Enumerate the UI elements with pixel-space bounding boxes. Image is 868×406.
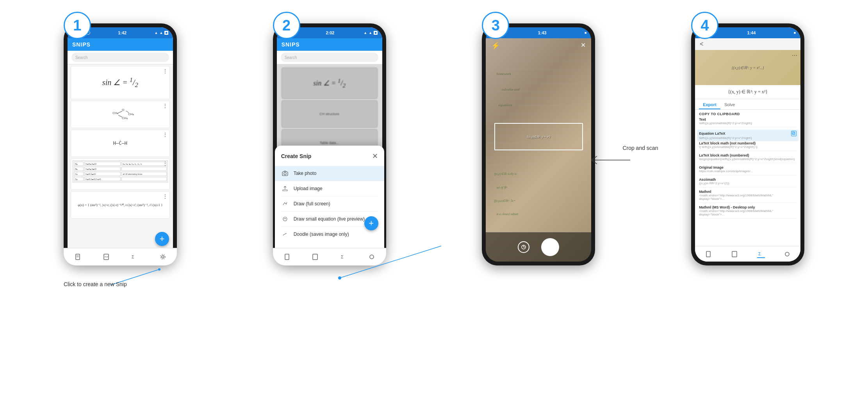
step-4-math-nav[interactable]: Σ bbox=[757, 250, 765, 258]
step-4-settings-nav[interactable] bbox=[783, 250, 791, 258]
chem-2-content: H—Ċ—H bbox=[113, 141, 127, 146]
snip-math-item: ⋮ sin ∠ = 1/2 bbox=[71, 66, 170, 99]
snip-menu-icon-3[interactable]: ⋮ bbox=[162, 132, 168, 138]
step-1-number: 1 bbox=[64, 12, 91, 39]
step-4-result: {(x,y)∈ℝ²: y = x²...} ⋯ {(x, y) ∈ ℝ²: y … bbox=[695, 50, 800, 262]
svg-point-14 bbox=[160, 255, 165, 259]
camera-controls bbox=[486, 232, 591, 262]
table-content: R₁h₁≤h₁,h₂≤0n₁, n₂, n₃, n₄, n₅, n₆, n₇ R… bbox=[73, 160, 168, 182]
step-4-doc-nav[interactable] bbox=[704, 250, 712, 258]
handwritten-text-1: homework bbox=[496, 72, 511, 76]
piecewise-formula: φ(x) = { (mr²)⁻¹, |x|<r; (|x|-r)⁻¹/⁴, r≤… bbox=[78, 203, 162, 207]
export-tab[interactable]: Export bbox=[699, 101, 720, 109]
step-2-math: sin ∠ = 1/2 bbox=[313, 78, 346, 89]
result-row-mathml-word[interactable]: Mathml (MS Word) - Desktop only <math xm… bbox=[699, 205, 797, 219]
step-4-pdf-nav[interactable] bbox=[731, 250, 738, 258]
result-formula-display: {(x, y) ∈ ℝ²: y = x²} bbox=[695, 85, 800, 99]
dialog-doodle[interactable]: Doodle (saves image only) bbox=[281, 227, 378, 242]
camera-close-icon[interactable]: ✕ bbox=[581, 41, 586, 49]
step-3-time: 1:43 bbox=[538, 30, 547, 35]
step-2-search: Search bbox=[277, 51, 382, 64]
scan-selection-box: {(x,y)∈ℝ²: y = x²} bbox=[494, 123, 583, 150]
handwritten-text-2: calculus and bbox=[502, 87, 520, 91]
scan-content: {(x,y)∈ℝ²: y = x²} bbox=[497, 125, 581, 148]
result-row-text[interactable]: Text \left\{(x,y)\in\mathbb{R}^2:y=x^2\r… bbox=[699, 118, 797, 127]
step-2-snip-2: CH structure bbox=[282, 100, 378, 128]
step-2-header: SNIPS bbox=[277, 38, 382, 51]
fab-create-button[interactable]: + bbox=[155, 232, 169, 246]
step-2-pdf-nav[interactable] bbox=[311, 253, 319, 261]
camera-icon bbox=[281, 169, 289, 177]
snip-menu-icon[interactable]: ⋮ bbox=[162, 68, 168, 74]
dialog-take-photo[interactable]: Take photo bbox=[277, 166, 382, 181]
step-2-fab[interactable]: + bbox=[364, 216, 378, 230]
step-2-search-box[interactable]: Search bbox=[281, 53, 378, 62]
snip-menu-icon-4[interactable]: ⋮ bbox=[162, 160, 168, 167]
result-row-image[interactable]: Original Image https://cdn.mathpix.com/s… bbox=[699, 166, 797, 175]
result-row-ascii[interactable]: Asciimath {(x,y)in RR^2:y=x^(2)} bbox=[699, 178, 797, 187]
step-3-wrapper: 3 G 1:43 ■ bbox=[482, 12, 595, 265]
pdf-nav-icon[interactable]: PDF bbox=[102, 253, 110, 261]
upload-image-label: Upload image bbox=[294, 186, 323, 191]
dialog-upload-image[interactable]: Upload image bbox=[281, 181, 378, 196]
step-3-phone: G 1:43 ■ homework calculus and equations bbox=[482, 23, 595, 265]
camera-view: homework calculus and equations {(x,y)∈ℝ… bbox=[486, 38, 591, 262]
step-2-bottom-nav: Σ bbox=[277, 248, 382, 262]
snip-menu-icon-5[interactable]: ⋮ bbox=[162, 193, 168, 199]
take-photo-label: Take photo bbox=[294, 171, 317, 176]
step-2-battery: ■ bbox=[374, 31, 377, 35]
svg-text:CH₂: CH₂ bbox=[128, 112, 134, 116]
result-row-latex-numbered[interactable]: LaTeX block math (numbered) \begin{equat… bbox=[699, 153, 797, 163]
solve-tab[interactable]: Solve bbox=[720, 101, 739, 109]
draw-full-icon bbox=[281, 200, 289, 208]
result-row-latex-block[interactable]: LaTeX block math (not numbered) \[ \left… bbox=[699, 141, 797, 151]
search-box[interactable]: Search bbox=[71, 53, 169, 62]
back-button[interactable]: < bbox=[700, 41, 703, 47]
row-mathml-word-value: <math xmlns="http://www.w3.org/1998/Math… bbox=[699, 209, 797, 216]
step-2-annotation-arrow bbox=[273, 267, 386, 283]
copy-latex-icon[interactable] bbox=[791, 131, 797, 136]
doc-nav-icon[interactable] bbox=[74, 253, 82, 261]
step-4-status-right: ■ bbox=[794, 31, 796, 35]
result-menu-dots[interactable]: ⋯ bbox=[792, 52, 797, 59]
result-row-latex[interactable]: Equation LaTeX \left\{(x,y)\in\mathbb{R}… bbox=[697, 130, 798, 141]
camera-shutter-button[interactable] bbox=[541, 238, 559, 256]
svg-point-24 bbox=[370, 255, 374, 259]
step-1-screen: G 1:42 ▲ ▲ ■ SNIPS Se bbox=[68, 27, 173, 262]
step-2-snip-1: sin ∠ = 1/2 bbox=[282, 68, 378, 99]
svg-text:Σ: Σ bbox=[341, 255, 344, 259]
svg-rect-21 bbox=[285, 254, 289, 260]
settings-nav-icon[interactable] bbox=[159, 253, 167, 261]
step-2-table-sm: Table data... bbox=[320, 141, 339, 145]
step-2-doc-nav[interactable] bbox=[283, 253, 291, 261]
math-nav-icon[interactable]: Σ bbox=[130, 253, 138, 261]
svg-rect-32 bbox=[792, 132, 794, 134]
snip-chem-item-2: ⋮ H—Ċ—H bbox=[71, 130, 170, 157]
row-latex-block-value: \[ \left\{(x,y)\in\mathbb{R}^2:y=x^2\rig… bbox=[699, 145, 797, 149]
crop-annotation-text: Crop and scan bbox=[622, 144, 658, 152]
step-2-settings-nav[interactable] bbox=[368, 253, 376, 261]
step-2-wrapper: 2 G 2:02 ▲ ▲ ■ S bbox=[273, 12, 386, 283]
step-2-math-nav[interactable]: Σ bbox=[340, 253, 348, 261]
signal-icon: ▲ bbox=[155, 31, 158, 35]
result-row-mathml[interactable]: Mathml <math xmlns="http://www.w3.org/19… bbox=[699, 190, 797, 203]
handwritten-text-6: f(x,y,z)∈ℝ³: 3x= bbox=[494, 199, 515, 203]
dialog-draw-full[interactable]: Draw (full screen) bbox=[281, 196, 378, 212]
create-snip-dialog: Create Snip ✕ Take photo bbox=[277, 146, 382, 248]
math-formula-1: sin ∠ = 1/2 bbox=[102, 76, 138, 89]
step-4-time: 1:44 bbox=[747, 30, 756, 35]
draw-small-label: Draw small equation (live preview) bbox=[294, 216, 365, 222]
result-tabs: Export Solve bbox=[695, 99, 800, 110]
svg-rect-34 bbox=[732, 251, 737, 257]
snip-menu-icon-2[interactable]: ⋮ bbox=[162, 103, 168, 109]
flash-icon[interactable]: ⚡ bbox=[491, 41, 500, 50]
dialog-draw-small[interactable]: Draw small equation (live preview) bbox=[281, 212, 378, 227]
snip-formula-item: ⋮ φ(x) = { (mr²)⁻¹, |x|<r; (|x|-r)⁻¹/⁴, … bbox=[71, 191, 170, 219]
step-2-status-right: ▲ ▲ ■ bbox=[364, 31, 377, 35]
doodle-icon bbox=[281, 230, 289, 238]
row-mathml-word-label: Mathml (MS Word) - Desktop only bbox=[699, 205, 797, 209]
step-4-number: 4 bbox=[691, 12, 718, 39]
camera-timer-icon[interactable] bbox=[518, 241, 529, 253]
dialog-close-button[interactable]: ✕ bbox=[372, 152, 378, 160]
step-1-annotation: Click to create a new Snip bbox=[64, 281, 127, 287]
